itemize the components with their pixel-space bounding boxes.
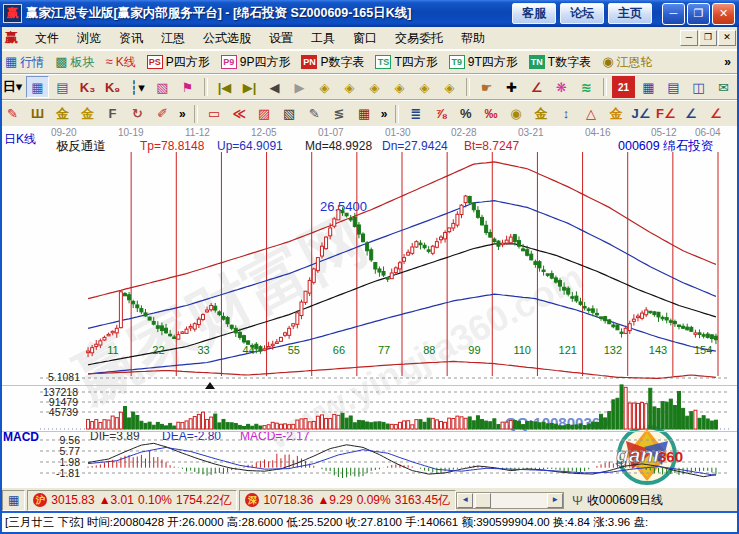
shift-right-button[interactable]: ◈ bbox=[338, 76, 361, 98]
menu-window[interactable]: 窗口 bbox=[344, 28, 386, 49]
menu-help[interactable]: 帮助 bbox=[452, 28, 494, 49]
screen-mode-button[interactable]: ▦ bbox=[26, 76, 49, 98]
crosshair-button[interactable]: ✚ bbox=[500, 76, 523, 98]
horizontal-scrollbar[interactable]: ◄ ► bbox=[456, 492, 564, 509]
menu-tools[interactable]: 工具 bbox=[302, 28, 344, 49]
calendar-button[interactable]: 21 bbox=[612, 76, 635, 98]
gold-arc-tool[interactable]: 金 bbox=[604, 103, 627, 125]
chart-9-button[interactable]: K₉ bbox=[101, 76, 124, 98]
menu-browse[interactable]: 浏览 bbox=[68, 28, 110, 49]
menu-file[interactable]: 文件 bbox=[26, 28, 68, 49]
p-square-button[interactable]: PS P四方形 bbox=[142, 53, 216, 72]
notebook-button[interactable]: ▤ bbox=[662, 76, 685, 98]
period-day-selector[interactable]: 日▾ bbox=[1, 76, 24, 98]
shift-left-button[interactable]: ◈ bbox=[313, 76, 336, 98]
t-table-button[interactable]: TN T数字表 bbox=[524, 53, 597, 72]
shanghai-index-segment[interactable]: 沪 3015.83 ▲3.01 0.10% 1754.22亿 bbox=[27, 490, 237, 511]
kline-plot[interactable] bbox=[0, 126, 739, 487]
shade-box-tool[interactable]: ▨ bbox=[253, 103, 276, 125]
fan-lines-tool[interactable]: ≪ bbox=[228, 103, 251, 125]
pencil-tool[interactable]: ✎ bbox=[303, 103, 326, 125]
status-grid-segment[interactable]: ▦ bbox=[2, 490, 25, 511]
next-bar-button[interactable]: ▶ bbox=[288, 76, 311, 98]
spiral-tool[interactable]: ↻ bbox=[126, 103, 149, 125]
menu-news[interactable]: 资讯 bbox=[110, 28, 152, 49]
gann-wheel-button[interactable]: ◉ 江恩轮 bbox=[597, 53, 658, 72]
speed-line-tool[interactable]: ∠ bbox=[704, 103, 727, 125]
9t-square-button[interactable]: T9 9T四方形 bbox=[444, 53, 524, 72]
pen-tool[interactable]: ✎ bbox=[1, 103, 24, 125]
quotes-button[interactable]: ▦ 行情 bbox=[0, 53, 50, 72]
comb-tool[interactable]: Ш bbox=[26, 103, 49, 125]
shenzhen-index-segment[interactable]: 深 10718.36 ▲9.29 0.09% 3163.45亿 bbox=[239, 490, 456, 511]
retrace-zone-tool[interactable]: ⅞ bbox=[429, 103, 452, 125]
support-button[interactable]: 客服 bbox=[512, 3, 556, 24]
menu-formula-picker[interactable]: 公式选股 bbox=[194, 28, 260, 49]
wave-tool-button[interactable]: ≋ bbox=[575, 76, 598, 98]
toolbar-overflow-chevron[interactable]: » bbox=[381, 107, 388, 121]
angle-line-tool[interactable]: ∠ bbox=[679, 103, 702, 125]
v-compress-button[interactable]: ◈ bbox=[413, 76, 436, 98]
toolbar-separator bbox=[204, 78, 208, 96]
calculator-button[interactable]: ▦ bbox=[637, 76, 660, 98]
gold-line-tool[interactable]: 金 bbox=[529, 103, 552, 125]
gold-square-tool[interactable]: 金 bbox=[51, 103, 74, 125]
mdi-close-button[interactable]: ✕ bbox=[718, 30, 736, 46]
menu-settings[interactable]: 设置 bbox=[260, 28, 302, 49]
date-label: 06-04 bbox=[695, 127, 721, 138]
pattern-box-tool[interactable]: ▧ bbox=[278, 103, 301, 125]
percent-tool[interactable]: % bbox=[454, 103, 477, 125]
f-line-tool[interactable]: F∠ bbox=[654, 103, 677, 125]
toolbar-overflow-chevron[interactable]: » bbox=[724, 55, 731, 69]
bar-count-label: 55 bbox=[288, 344, 300, 356]
mdi-minimize-button[interactable]: ─ bbox=[680, 30, 698, 46]
toolbar-icon: TN bbox=[529, 55, 545, 69]
prev-bar-button[interactable]: ◀ bbox=[263, 76, 286, 98]
gann-circle-tool[interactable]: ◉ bbox=[504, 103, 527, 125]
price-ladder-tool[interactable]: ≣ bbox=[404, 103, 427, 125]
p-table-button[interactable]: PN P数字表 bbox=[296, 53, 370, 72]
kline-button[interactable]: ≈ K线 bbox=[101, 53, 142, 72]
candle-mark-tool[interactable]: ↕ bbox=[554, 103, 577, 125]
9p-square-button[interactable]: P9 9P四方形 bbox=[216, 53, 297, 72]
minimize-button[interactable]: ─ bbox=[662, 3, 685, 25]
chart-3-button[interactable]: K₃ bbox=[76, 76, 99, 98]
close-button[interactable]: ✕ bbox=[712, 3, 735, 25]
menu-trade[interactable]: 交易委托 bbox=[386, 28, 452, 49]
t-square-button[interactable]: TS T四方形 bbox=[370, 53, 443, 72]
save-button[interactable]: ◫ bbox=[687, 76, 710, 98]
last-bar-button[interactable]: ▶| bbox=[238, 76, 261, 98]
menu-gann[interactable]: 江恩 bbox=[152, 28, 194, 49]
scroll-right-arrow[interactable]: ► bbox=[547, 493, 563, 508]
homepage-button[interactable]: 主页 bbox=[608, 3, 652, 24]
mdi-restore-button[interactable]: ❐ bbox=[699, 30, 717, 46]
pattern-button[interactable]: ▧ bbox=[151, 76, 174, 98]
v-expand-button[interactable]: ◈ bbox=[438, 76, 461, 98]
flag-button[interactable]: ⚑ bbox=[176, 76, 199, 98]
scroll-left-arrow[interactable]: ◄ bbox=[457, 493, 473, 508]
h-expand-button[interactable]: ◈ bbox=[388, 76, 411, 98]
first-bar-button[interactable]: |◀ bbox=[213, 76, 236, 98]
scrollbar-thumb[interactable] bbox=[475, 493, 491, 508]
sectors-button[interactable]: ▩ 板块 bbox=[50, 53, 100, 72]
chart-area[interactable]: 赢家财富网 www.yingjia360.com 日K线 极反通道 Tp=78.… bbox=[0, 126, 739, 487]
measure-angle-button[interactable]: ∠ bbox=[525, 76, 548, 98]
maximize-button[interactable]: ❐ bbox=[687, 3, 710, 25]
mail-button[interactable]: ✉ bbox=[712, 76, 735, 98]
info-panel-button[interactable]: ▤ bbox=[51, 76, 74, 98]
gann-tool-button[interactable]: ❋ bbox=[550, 76, 573, 98]
frame-tool[interactable]: ▭ bbox=[203, 103, 226, 125]
triangle-wave-tool[interactable]: △ bbox=[579, 103, 602, 125]
forum-button[interactable]: 论坛 bbox=[560, 3, 604, 24]
matrix-tool[interactable]: ▦ bbox=[353, 103, 376, 125]
h-compress-button[interactable]: ◈ bbox=[363, 76, 386, 98]
f-square-tool[interactable]: F bbox=[101, 103, 124, 125]
candle-style-button[interactable]: ┆▾ bbox=[126, 76, 149, 98]
brush-tool[interactable]: ✐ bbox=[151, 103, 174, 125]
zigzag-tool[interactable]: ≶ bbox=[328, 103, 351, 125]
toolbar-overflow-chevron[interactable]: » bbox=[179, 107, 186, 121]
percent-line-tool[interactable]: ‰ bbox=[479, 103, 502, 125]
hand-tool-button[interactable]: ☛ bbox=[475, 76, 498, 98]
j-line-tool[interactable]: J∠ bbox=[629, 103, 652, 125]
gold-ratio-tool[interactable]: 金 bbox=[76, 103, 99, 125]
